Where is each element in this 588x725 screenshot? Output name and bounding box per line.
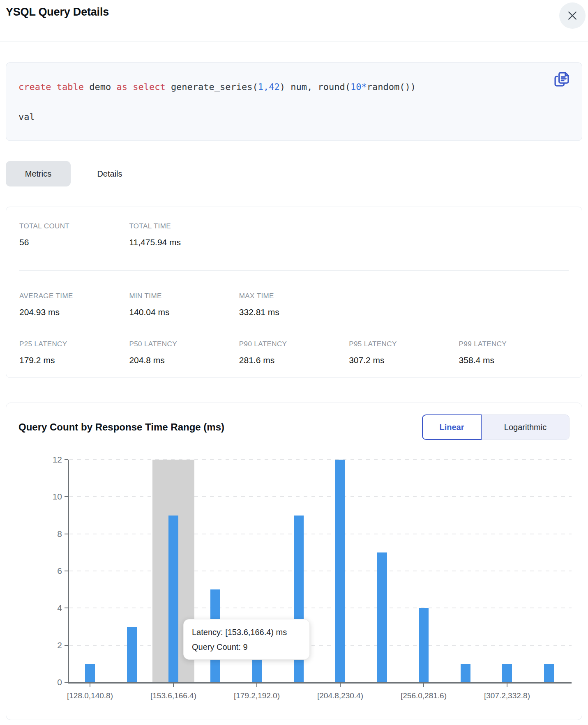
chart-tooltip: Latency: [153.6,166.4) ms Query Count: 9 xyxy=(183,619,310,660)
histogram-bar[interactable] xyxy=(544,664,554,682)
stat-value: 11,475.94 ms xyxy=(129,237,239,248)
stat-label: P25 LATENCY xyxy=(19,340,129,348)
stat-label: TOTAL COUNT xyxy=(19,222,129,230)
sql-code-line-1: create table demo as select generate_ser… xyxy=(18,72,545,102)
sql-token-plain: val xyxy=(18,112,35,122)
sql-token-keyword: as select xyxy=(116,82,171,92)
x-axis-tick xyxy=(90,684,90,687)
stat-average-time: AVERAGE TIME204.93 ms xyxy=(19,292,129,318)
x-axis-tick xyxy=(340,684,341,687)
y-axis-tick xyxy=(65,608,68,608)
y-axis-label: 12 xyxy=(44,455,62,465)
y-axis-tick xyxy=(65,645,68,646)
stat-label: MIN TIME xyxy=(129,292,239,300)
x-axis-tick xyxy=(173,684,174,687)
stat-value: 179.2 ms xyxy=(19,355,129,366)
histogram-bar[interactable] xyxy=(461,664,470,682)
gridline-y-12 xyxy=(69,459,572,460)
x-axis-tick xyxy=(423,684,424,687)
sql-token-plain: ) num, round( xyxy=(280,82,350,92)
tooltip-query-count: Query Count: 9 xyxy=(192,640,301,654)
stat-label: TOTAL TIME xyxy=(129,222,239,230)
gridline-y-8 xyxy=(69,534,572,534)
close-button[interactable] xyxy=(559,2,586,29)
y-axis-tick xyxy=(65,682,68,683)
y-axis-label: 4 xyxy=(44,603,62,613)
x-axis-tick xyxy=(256,684,257,687)
y-axis-tick xyxy=(65,459,68,460)
stat-value: 358.4 ms xyxy=(459,355,569,366)
histogram-bar[interactable] xyxy=(419,608,429,682)
y-axis-tick xyxy=(65,571,68,571)
x-axis-tick xyxy=(507,684,507,687)
stat-label: P90 LATENCY xyxy=(239,340,349,348)
histogram-bar[interactable] xyxy=(502,664,512,682)
y-axis-label: 0 xyxy=(44,677,62,687)
histogram-bar[interactable] xyxy=(377,552,387,682)
stat-total-time: TOTAL TIME11,475.94 ms xyxy=(129,222,239,248)
gridline-y-2 xyxy=(69,645,572,646)
histogram-plot: 024681012[128.0,140.8)[153.6,166.4)[179.… xyxy=(6,403,582,720)
tab-details[interactable]: Details xyxy=(85,161,135,186)
x-axis-label: [128.0,140.8) xyxy=(43,691,137,700)
stat-p99-latency: P99 LATENCY358.4 ms xyxy=(459,340,569,366)
stats-row-times: AVERAGE TIME204.93 msMIN TIME140.04 msMA… xyxy=(19,292,569,318)
x-axis-label: [256.0,281.6) xyxy=(376,691,471,700)
stat-label: P95 LATENCY xyxy=(349,340,459,348)
stat-value: 332.81 ms xyxy=(239,307,349,318)
y-axis-label: 2 xyxy=(44,640,62,650)
stat-value: 204.93 ms xyxy=(19,307,129,318)
x-axis-line xyxy=(68,682,572,684)
stat-value: 140.04 ms xyxy=(129,307,239,318)
sql-query-text: create table demo as select generate_ser… xyxy=(18,72,545,132)
stats-divider xyxy=(19,270,569,271)
stat-value: 307.2 ms xyxy=(349,355,459,366)
sql-token-plain: generate_series( xyxy=(171,82,258,92)
histogram-bar[interactable] xyxy=(85,664,95,682)
linear-scale-button[interactable]: Linear xyxy=(422,414,482,440)
y-axis-label: 6 xyxy=(44,566,62,576)
x-axis-label: [179.2,192.0) xyxy=(210,691,304,700)
stats-row-totals: TOTAL COUNT56TOTAL TIME11,475.94 ms xyxy=(19,222,569,248)
stat-total-count: TOTAL COUNT56 xyxy=(19,222,129,248)
y-axis-label: 8 xyxy=(44,529,62,539)
x-axis-label: [204.8,230.4) xyxy=(293,691,387,700)
y-axis-tick xyxy=(65,534,68,534)
copy-button[interactable] xyxy=(552,69,572,89)
stat-label: MAX TIME xyxy=(239,292,349,300)
page-title: YSQL Query Details xyxy=(6,6,109,18)
tab-metrics[interactable]: Metrics xyxy=(6,161,71,186)
x-axis-label: [307.2,332.8) xyxy=(460,691,554,700)
stat-p95-latency: P95 LATENCY307.2 ms xyxy=(349,340,459,366)
close-icon xyxy=(566,9,579,22)
sql-token-number: 1,42 xyxy=(258,82,280,92)
histogram-bar[interactable] xyxy=(127,627,137,683)
sql-token-keyword: create table xyxy=(18,82,89,92)
metrics-panel: TOTAL COUNT56TOTAL TIME11,475.94 ms AVER… xyxy=(6,207,582,378)
copy-icon xyxy=(552,70,572,89)
histogram-bar[interactable] xyxy=(168,516,178,683)
stat-p50-latency: P50 LATENCY204.8 ms xyxy=(129,340,239,366)
stat-value: 56 xyxy=(19,237,129,248)
stat-value: 281.6 ms xyxy=(239,355,349,366)
stat-label: P99 LATENCY xyxy=(459,340,569,348)
stat-max-time: MAX TIME332.81 ms xyxy=(239,292,349,318)
stats-row-latencies: P25 LATENCY179.2 msP50 LATENCY204.8 msP9… xyxy=(19,340,569,366)
x-axis-label: [153.6,166.4) xyxy=(126,691,221,700)
y-axis-label: 10 xyxy=(44,492,62,502)
gridline-y-4 xyxy=(69,608,572,608)
histogram-bar[interactable] xyxy=(335,460,345,682)
y-axis-line xyxy=(68,460,69,683)
stat-p90-latency: P90 LATENCY281.6 ms xyxy=(239,340,349,366)
stat-value: 204.8 ms xyxy=(129,355,239,366)
tooltip-latency-range: Latency: [153.6,166.4) ms xyxy=(192,625,301,640)
sql-token-number: 10* xyxy=(350,82,367,92)
sql-code-line-2: val xyxy=(18,102,545,132)
header-divider xyxy=(0,41,588,41)
y-axis-tick xyxy=(65,496,68,497)
stat-min-time: MIN TIME140.04 ms xyxy=(129,292,239,318)
gridline-y-10 xyxy=(69,496,572,497)
stat-label: P50 LATENCY xyxy=(129,340,239,348)
stat-label: AVERAGE TIME xyxy=(19,292,129,300)
sql-token-plain: demo xyxy=(89,82,116,92)
